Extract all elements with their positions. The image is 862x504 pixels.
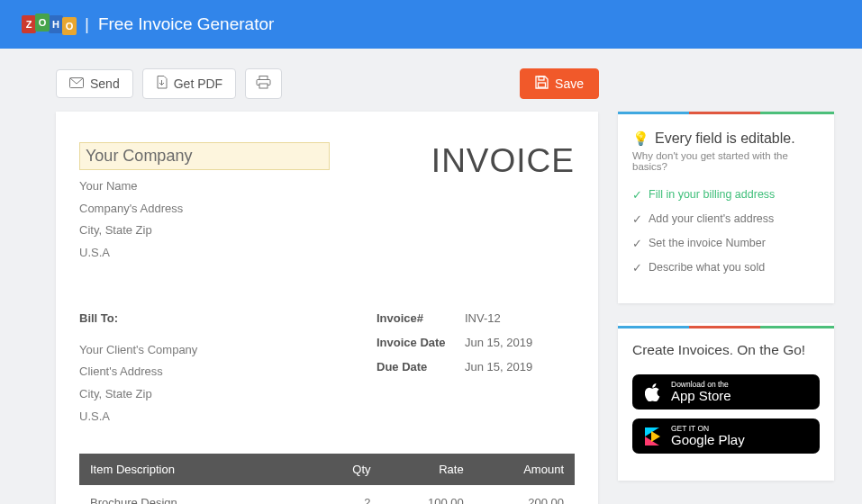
company-address-field[interactable]: Company's Address [79,198,331,220]
save-button[interactable]: Save [520,68,599,99]
play-big-text: Google Play [671,433,745,448]
client-city-field[interactable]: City, State Zip [79,383,349,406]
promo-card: Create Invoices. On the Go! Download on … [618,323,834,481]
bill-to-section: Bill To: Your Client's Company Client's … [79,311,349,428]
envelope-icon [69,76,84,91]
tip-item: ✓Add your client's address [632,212,820,226]
app-header: Z O H O | Free Invoice Generator [0,0,862,49]
logo-letter: H [49,15,63,33]
invoice-number-value[interactable]: INV-12 [465,311,501,325]
tip-text: Describe what you sold [649,261,765,274]
tip-item: ✓Fill in your billing address [632,188,820,202]
tips-card: 💡 Every field is editable. Why don't you… [618,112,834,303]
logo-letter: O [62,17,77,35]
check-icon: ✓ [632,188,642,202]
svg-rect-1 [259,76,268,80]
item-qty[interactable]: 2 [317,485,382,505]
appstore-big-text: App Store [671,389,731,404]
print-button[interactable] [245,68,282,99]
client-country-field[interactable]: U.S.A [79,406,349,428]
google-play-button[interactable]: GET IT ON Google Play [632,418,820,454]
company-city-field[interactable]: City, State Zip [79,220,331,242]
item-amount[interactable]: 200.00 [475,485,575,505]
item-rate[interactable]: 100.00 [382,485,475,505]
check-icon: ✓ [632,237,642,250]
items-header-row: Item Description Qty Rate Amount [79,454,575,485]
tips-subtitle: Why don't you get started with the basic… [632,150,820,172]
your-name-field[interactable]: Your Name [79,176,331,198]
due-date-label: Due Date [377,360,465,374]
invoice-title[interactable]: INVOICE [431,142,575,180]
bill-to-label: Bill To: [79,311,349,325]
zoho-logo: Z O H O [22,15,76,33]
company-country-field[interactable]: U.S.A [79,242,331,265]
col-qty: Qty [317,454,382,485]
send-button[interactable]: Send [56,69,133,98]
tip-item: ✓Describe what you sold [632,261,820,274]
tips-title: 💡 Every field is editable. [632,130,820,147]
tips-checklist: ✓Fill in your billing address ✓Add your … [632,188,820,274]
get-pdf-button[interactable]: Get PDF [142,68,236,99]
client-company-field[interactable]: Your Client's Company [79,339,349,362]
sidebar: 💡 Every field is editable. Why don't you… [618,112,834,481]
tip-text: Add your client's address [649,212,774,225]
content-area: Your Name Company's Address City, State … [0,112,862,504]
google-play-icon [643,427,663,446]
table-row[interactable]: Brochure Design 2 100.00 200.00 [79,485,575,505]
header-divider: | [85,14,89,34]
company-name-input[interactable] [79,142,330,170]
send-label: Send [90,76,120,91]
invoice-date-label: Invoice Date [377,336,465,349]
toolbar: Send Get PDF Save [0,49,862,112]
app-store-button[interactable]: Download on the App Store [632,374,820,410]
promo-title: Create Invoices. On the Go! [632,342,820,358]
download-icon [156,76,168,92]
check-icon: ✓ [632,212,642,226]
tip-text: Fill in your billing address [649,188,775,201]
invoice-number-label: Invoice# [377,311,465,325]
col-rate: Rate [382,454,475,485]
tip-item: ✓Set the invoice Number [632,237,820,250]
client-address-field[interactable]: Client's Address [79,361,349,383]
logo-letter: Z [22,15,36,33]
svg-rect-4 [539,76,544,80]
items-table: Item Description Qty Rate Amount Brochur… [79,454,575,505]
svg-rect-3 [259,84,268,88]
page-title: Free Invoice Generator [98,14,274,34]
lightbulb-icon: 💡 [632,130,649,147]
tips-title-text: Every field is editable. [655,130,795,147]
due-date-value[interactable]: Jun 15, 2019 [465,360,532,374]
invoice-meta: Invoice# INV-12 Invoice Date Jun 15, 201… [377,311,532,428]
save-icon [535,76,549,92]
printer-icon [256,76,271,92]
col-desc: Item Description [79,454,317,485]
save-label: Save [555,76,584,91]
get-pdf-label: Get PDF [174,76,222,91]
invoice-date-value[interactable]: Jun 15, 2019 [465,336,532,349]
invoice-card: Your Name Company's Address City, State … [56,112,598,504]
company-section: Your Name Company's Address City, State … [79,142,331,265]
check-icon: ✓ [632,261,642,274]
svg-rect-5 [539,83,546,87]
apple-icon [643,382,663,402]
tip-text: Set the invoice Number [649,237,766,249]
col-amount: Amount [475,454,575,485]
logo-letter: O [35,14,50,32]
item-desc[interactable]: Brochure Design [79,485,317,505]
